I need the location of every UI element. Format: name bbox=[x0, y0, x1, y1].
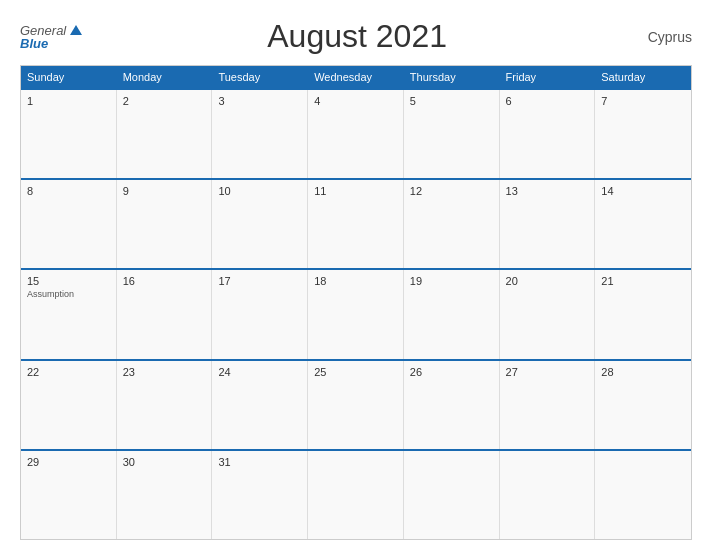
day-number: 17 bbox=[218, 275, 301, 287]
day-cell: 18 bbox=[308, 270, 404, 358]
day-cell: 8 bbox=[21, 180, 117, 268]
day-header-wednesday: Wednesday bbox=[308, 66, 404, 88]
day-cell: 12 bbox=[404, 180, 500, 268]
day-header-thursday: Thursday bbox=[404, 66, 500, 88]
day-cell bbox=[595, 451, 691, 539]
day-cell: 15Assumption bbox=[21, 270, 117, 358]
day-cell: 5 bbox=[404, 90, 500, 178]
day-number: 18 bbox=[314, 275, 397, 287]
day-cell: 24 bbox=[212, 361, 308, 449]
day-cell: 28 bbox=[595, 361, 691, 449]
day-cell: 30 bbox=[117, 451, 213, 539]
week-row-1: 1234567 bbox=[21, 88, 691, 178]
day-number: 9 bbox=[123, 185, 206, 197]
day-cell: 19 bbox=[404, 270, 500, 358]
day-header-saturday: Saturday bbox=[595, 66, 691, 88]
day-cell: 1 bbox=[21, 90, 117, 178]
day-cell bbox=[308, 451, 404, 539]
day-cell: 9 bbox=[117, 180, 213, 268]
day-cell: 11 bbox=[308, 180, 404, 268]
day-cell: 13 bbox=[500, 180, 596, 268]
day-headers: SundayMondayTuesdayWednesdayThursdayFrid… bbox=[21, 66, 691, 88]
day-cell: 27 bbox=[500, 361, 596, 449]
day-number: 11 bbox=[314, 185, 397, 197]
day-number: 22 bbox=[27, 366, 110, 378]
day-cell: 23 bbox=[117, 361, 213, 449]
logo-general-text: General bbox=[20, 24, 66, 37]
day-cell: 4 bbox=[308, 90, 404, 178]
day-number: 13 bbox=[506, 185, 589, 197]
day-number: 4 bbox=[314, 95, 397, 107]
day-header-tuesday: Tuesday bbox=[212, 66, 308, 88]
day-number: 20 bbox=[506, 275, 589, 287]
day-cell: 17 bbox=[212, 270, 308, 358]
day-cell: 25 bbox=[308, 361, 404, 449]
calendar: SundayMondayTuesdayWednesdayThursdayFrid… bbox=[20, 65, 692, 540]
logo: General Blue bbox=[20, 24, 82, 50]
day-cell: 16 bbox=[117, 270, 213, 358]
day-number: 10 bbox=[218, 185, 301, 197]
day-number: 21 bbox=[601, 275, 685, 287]
day-number: 27 bbox=[506, 366, 589, 378]
logo-triangle-icon bbox=[70, 25, 82, 35]
week-row-4: 22232425262728 bbox=[21, 359, 691, 449]
day-number: 25 bbox=[314, 366, 397, 378]
header: General Blue August 2021 Cyprus bbox=[20, 18, 692, 55]
day-number: 1 bbox=[27, 95, 110, 107]
month-title: August 2021 bbox=[82, 18, 632, 55]
day-cell: 21 bbox=[595, 270, 691, 358]
day-number: 2 bbox=[123, 95, 206, 107]
week-row-5: 293031 bbox=[21, 449, 691, 539]
day-number: 30 bbox=[123, 456, 206, 468]
week-row-3: 15Assumption161718192021 bbox=[21, 268, 691, 358]
day-number: 7 bbox=[601, 95, 685, 107]
day-header-monday: Monday bbox=[117, 66, 213, 88]
day-cell: 29 bbox=[21, 451, 117, 539]
day-header-friday: Friday bbox=[500, 66, 596, 88]
day-cell bbox=[500, 451, 596, 539]
day-cell bbox=[404, 451, 500, 539]
day-number: 5 bbox=[410, 95, 493, 107]
day-number: 28 bbox=[601, 366, 685, 378]
day-cell: 2 bbox=[117, 90, 213, 178]
week-row-2: 891011121314 bbox=[21, 178, 691, 268]
day-number: 15 bbox=[27, 275, 110, 287]
country-label: Cyprus bbox=[632, 29, 692, 45]
day-number: 3 bbox=[218, 95, 301, 107]
day-number: 16 bbox=[123, 275, 206, 287]
day-number: 19 bbox=[410, 275, 493, 287]
day-cell: 7 bbox=[595, 90, 691, 178]
day-cell: 31 bbox=[212, 451, 308, 539]
day-cell: 20 bbox=[500, 270, 596, 358]
day-cell: 22 bbox=[21, 361, 117, 449]
day-cell: 6 bbox=[500, 90, 596, 178]
day-number: 6 bbox=[506, 95, 589, 107]
day-number: 12 bbox=[410, 185, 493, 197]
day-cell: 10 bbox=[212, 180, 308, 268]
day-number: 24 bbox=[218, 366, 301, 378]
day-number: 31 bbox=[218, 456, 301, 468]
day-cell: 3 bbox=[212, 90, 308, 178]
day-cell: 14 bbox=[595, 180, 691, 268]
weeks-container: 123456789101112131415Assumption161718192… bbox=[21, 88, 691, 539]
page: General Blue August 2021 Cyprus SundayMo… bbox=[0, 0, 712, 550]
day-number: 29 bbox=[27, 456, 110, 468]
day-number: 23 bbox=[123, 366, 206, 378]
event-label: Assumption bbox=[27, 289, 110, 300]
day-number: 8 bbox=[27, 185, 110, 197]
day-number: 26 bbox=[410, 366, 493, 378]
logo-blue-text: Blue bbox=[20, 37, 82, 50]
day-cell: 26 bbox=[404, 361, 500, 449]
day-number: 14 bbox=[601, 185, 685, 197]
day-header-sunday: Sunday bbox=[21, 66, 117, 88]
